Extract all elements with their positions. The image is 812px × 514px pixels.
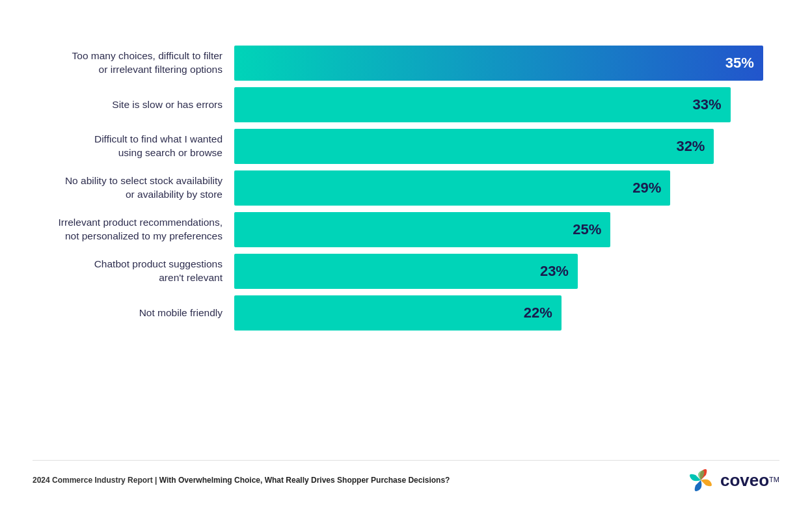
bar-container: 22% [234,295,779,331]
bar-row: Chatbot product suggestionsaren't releva… [33,254,779,289]
footer: 2024 Commerce Industry Report | With Ove… [33,460,779,494]
bar-fill: 25% [234,212,610,247]
bar-row: Site is slow or has errors33% [33,87,779,122]
bar-label: Difficult to find what I wantedusing sea… [33,133,234,160]
bar-row: Irrelevant product recommendations,not p… [33,212,779,247]
bar-container: 29% [234,170,779,206]
bar-row: Not mobile friendly22% [33,295,779,331]
bar-row: Too many choices, difficult to filteror … [33,46,779,81]
bar-container: 35% [234,46,779,81]
bar-container: 33% [234,87,779,122]
bar-fill: 29% [234,170,670,206]
bar-label: Chatbot product suggestionsaren't releva… [33,258,234,285]
bar-value-label: 22% [524,304,552,321]
bar-fill: 32% [234,129,714,164]
bar-container: 32% [234,129,779,164]
bar-label: Too many choices, difficult to filteror … [33,49,234,77]
bar-value-label: 33% [693,96,722,113]
logo-area: coveoTM [686,466,779,494]
bar-value-label: 29% [632,180,661,196]
coveo-logo-icon [686,466,715,494]
bar-value-label: 32% [676,138,705,155]
chart-area: Too many choices, difficult to filteror … [33,46,779,450]
bar-value-label: 25% [573,221,601,238]
bar-label: No ability to select stock availabilityo… [33,174,234,202]
footer-text: 2024 Commerce Industry Report | With Ove… [33,476,450,485]
bar-container: 25% [234,212,779,247]
bar-row: Difficult to find what I wantedusing sea… [33,129,779,164]
bar-fill: 33% [234,87,731,122]
bar-value-label: 35% [725,55,754,72]
bar-row: No ability to select stock availabilityo… [33,170,779,206]
bar-label: Site is slow or has errors [33,98,234,112]
main-container: Too many choices, difficult to filteror … [0,0,812,514]
bar-label: Irrelevant product recommendations,not p… [33,216,234,243]
bar-fill: 23% [234,254,578,289]
bar-label: Not mobile friendly [33,306,234,320]
bar-fill: 35% [234,46,763,81]
bar-value-label: 23% [540,263,569,280]
bar-container: 23% [234,254,779,289]
logo-text: coveoTM [720,470,779,491]
bar-fill: 22% [234,295,562,331]
